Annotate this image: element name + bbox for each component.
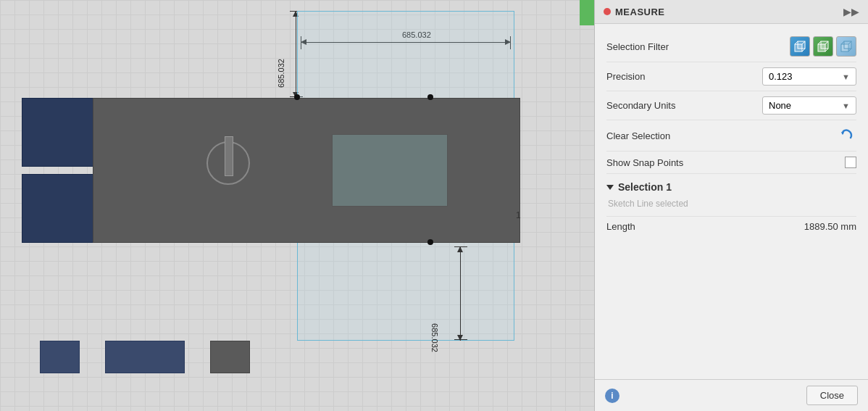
- panel-spacer: [595, 244, 868, 379]
- info-icon[interactable]: i: [605, 389, 619, 403]
- dot-bl: [427, 239, 433, 245]
- center-panel: [332, 134, 448, 207]
- length-value: 1889.50 mm: [804, 221, 856, 232]
- bottom-left-block: [40, 341, 80, 373]
- show-snap-points-row: Show Snap Points: [606, 151, 856, 174]
- filter-icons-container: [790, 36, 856, 57]
- vline-bottom: [460, 246, 461, 341]
- length-label: Length: [606, 221, 635, 232]
- panel-content: Selection Filter: [595, 24, 868, 174]
- tick-top-bottom-v: [454, 246, 467, 247]
- collapse-triangle[interactable]: [606, 185, 614, 190]
- svg-line-7: [818, 41, 821, 44]
- length-row: Length 1889.50 mm: [606, 216, 856, 236]
- selection-header: Selection 1: [606, 181, 856, 193]
- svg-line-4: [802, 49, 805, 51]
- collapse-arrows[interactable]: ▶▶: [843, 6, 859, 17]
- clear-selection-label: Clear Selection: [606, 130, 693, 141]
- solid-filter-icon[interactable]: [813, 36, 833, 57]
- right-panel: MEASURE ▶▶ Selection Filter: [594, 0, 868, 411]
- secondary-units-dropdown-arrow: ▼: [842, 101, 850, 110]
- precision-row: Precision 0.123 ▼: [606, 62, 856, 91]
- panel-title: MEASURE: [615, 7, 665, 17]
- selection-title: Selection 1: [618, 181, 672, 193]
- measure-icon: [604, 8, 611, 15]
- canvas-area: 685.032 685.032 1 685.032: [0, 0, 594, 411]
- edge-icon-svg: [840, 41, 852, 52]
- selection-sublabel: Sketch Line selected: [606, 199, 856, 209]
- precision-dropdown[interactable]: 0.123 ▼: [762, 67, 856, 86]
- dim-left-vertical: 685.032: [277, 59, 285, 88]
- precision-value: 0.123: [769, 71, 793, 82]
- left-block-bottom: [22, 174, 94, 243]
- main-body: [93, 98, 520, 243]
- svg-line-14: [848, 49, 851, 51]
- num-label: 1: [516, 210, 521, 220]
- undo-icon-svg: [838, 128, 854, 144]
- panel-header-left: MEASURE: [604, 7, 665, 17]
- secondary-units-row: Secondary Units None ▼: [606, 91, 856, 120]
- edge-filter-icon[interactable]: [836, 36, 856, 57]
- selection-filter-label: Selection Filter: [606, 41, 693, 52]
- rect-symbol: [225, 136, 233, 176]
- dot-tl: [294, 94, 300, 100]
- left-block-top: [22, 98, 94, 167]
- clear-selection-button[interactable]: [836, 125, 856, 146]
- svg-line-2: [795, 41, 798, 44]
- close-button[interactable]: Close: [806, 386, 858, 405]
- panel-header: MEASURE ▶▶: [595, 0, 868, 24]
- selection-section: Selection 1 Sketch Line selected Length …: [595, 174, 868, 244]
- face-filter-icon[interactable]: [790, 36, 810, 57]
- svg-line-12: [841, 41, 844, 44]
- snap-points-checkbox[interactable]: [845, 157, 856, 168]
- face-icon-svg: [794, 41, 806, 52]
- dim-bottom-vertical: 685.032: [430, 323, 439, 352]
- tick-bottom-bottom-v: [454, 339, 467, 340]
- svg-marker-15: [841, 132, 844, 135]
- svg-line-9: [825, 49, 828, 51]
- panel-footer: i Close: [595, 379, 868, 411]
- vline-left: [296, 11, 296, 98]
- secondary-units-dropdown[interactable]: None ▼: [762, 96, 856, 115]
- selection-filter-row: Selection Filter: [606, 31, 856, 62]
- bottom-right-block: [210, 341, 250, 373]
- solid-icon-svg: [817, 41, 829, 52]
- bottom-center-block: [105, 341, 185, 373]
- secondary-units-value: None: [769, 100, 791, 111]
- secondary-units-label: Secondary Units: [606, 100, 693, 111]
- show-snap-points-label: Show Snap Points: [606, 157, 693, 168]
- precision-label: Precision: [606, 71, 693, 82]
- green-bar: [580, 0, 594, 25]
- dot-tr: [427, 94, 433, 100]
- clear-selection-row: Clear Selection: [606, 120, 856, 151]
- precision-dropdown-arrow: ▼: [842, 72, 850, 81]
